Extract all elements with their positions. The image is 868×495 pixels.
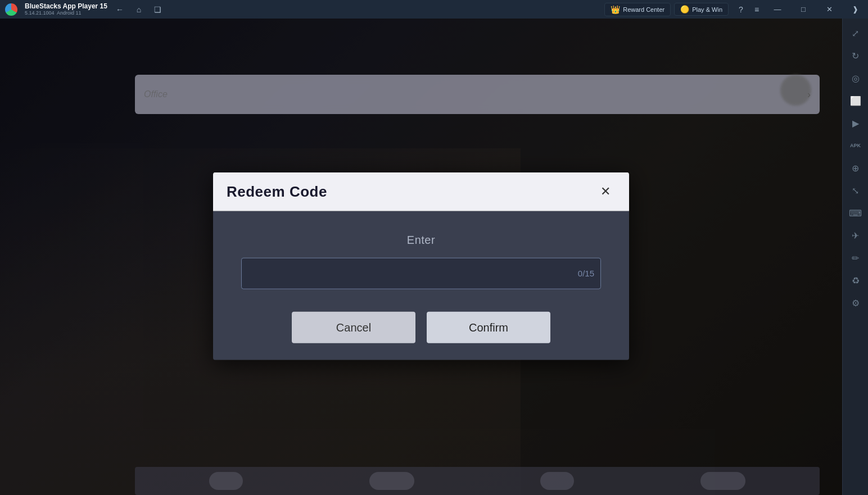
dialog-header: Redeem Code ✕: [213, 172, 629, 211]
sidebar-toggle-button[interactable]: ❱: [842, 0, 868, 19]
play-win-label: Play & Win: [692, 6, 722, 13]
reward-center-button[interactable]: 👑 Reward Center: [604, 3, 671, 16]
app-logo: [2, 0, 20, 19]
app-name-group: BlueStacks App Player 15 5.14.21.1004 An…: [25, 2, 107, 16]
expand-icon[interactable]: ⤢: [846, 23, 866, 43]
app-title: BlueStacks App Player 15: [25, 2, 107, 10]
dialog-title: Redeem Code: [227, 183, 327, 200]
dialog-body: Enter 0/15 Cancel Confirm: [213, 211, 629, 360]
settings2-icon[interactable]: ⊕: [846, 158, 866, 178]
dialog-close-button[interactable]: ✕: [595, 181, 616, 202]
copy-button[interactable]: ❏: [150, 2, 166, 17]
logo-circle: [5, 3, 17, 16]
apk-icon[interactable]: APK: [846, 135, 866, 156]
minimize-button[interactable]: —: [765, 0, 790, 19]
input-counter: 0/15: [578, 269, 594, 278]
brush-icon[interactable]: ✏: [846, 248, 866, 268]
eco-icon[interactable]: ♻: [846, 270, 866, 290]
cancel-button[interactable]: Cancel: [292, 312, 415, 343]
volume-icon[interactable]: ◎: [846, 68, 866, 88]
dialog-input-wrapper: 0/15: [241, 258, 601, 289]
rotate-icon[interactable]: ↻: [846, 46, 866, 66]
titlebar-nav: ← ⌂ ❏: [107, 2, 170, 17]
window-controls: — □ ✕ ❱: [765, 0, 868, 19]
gear-icon[interactable]: ⚙: [846, 293, 866, 313]
dialog-enter-label: Enter: [241, 234, 601, 247]
redeem-code-dialog: Redeem Code ✕ Enter 0/15 Cancel Confirm: [213, 172, 629, 360]
right-sidebar: ⤢ ↻ ◎ ⬜ ▶ APK ⊕ ⤡ ⌨ ✈ ✏ ♻ ⚙: [842, 19, 868, 495]
help-button[interactable]: ?: [733, 2, 749, 17]
dialog-footer: Cancel Confirm: [241, 312, 601, 343]
video-icon[interactable]: ▶: [846, 113, 866, 133]
keyboard-icon[interactable]: ⌨: [846, 203, 866, 223]
location-icon[interactable]: ✈: [846, 225, 866, 246]
back-button[interactable]: ←: [112, 2, 128, 17]
app-subtitle: 5.14.21.1004 Android 11: [25, 10, 107, 16]
titlebar: BlueStacks App Player 15 5.14.21.1004 An…: [0, 0, 868, 19]
maximize-button[interactable]: □: [790, 0, 816, 19]
reward-icon: 👑: [611, 5, 620, 14]
home-button[interactable]: ⌂: [131, 2, 147, 17]
reward-center-label: Reward Center: [623, 6, 664, 13]
confirm-button[interactable]: Confirm: [427, 312, 550, 343]
main-content: Office › Redeem Code ✕ Enter 0/15 Cancel…: [0, 19, 842, 495]
resize-icon[interactable]: ⤡: [846, 180, 866, 201]
close-button[interactable]: ✕: [816, 0, 842, 19]
redeem-code-input[interactable]: [241, 258, 601, 289]
play-win-button[interactable]: 🟡 Play & Win: [674, 3, 729, 16]
menu-button[interactable]: ≡: [749, 2, 765, 17]
play-win-icon: 🟡: [680, 5, 689, 13]
screenshot-icon[interactable]: ⬜: [846, 90, 866, 111]
